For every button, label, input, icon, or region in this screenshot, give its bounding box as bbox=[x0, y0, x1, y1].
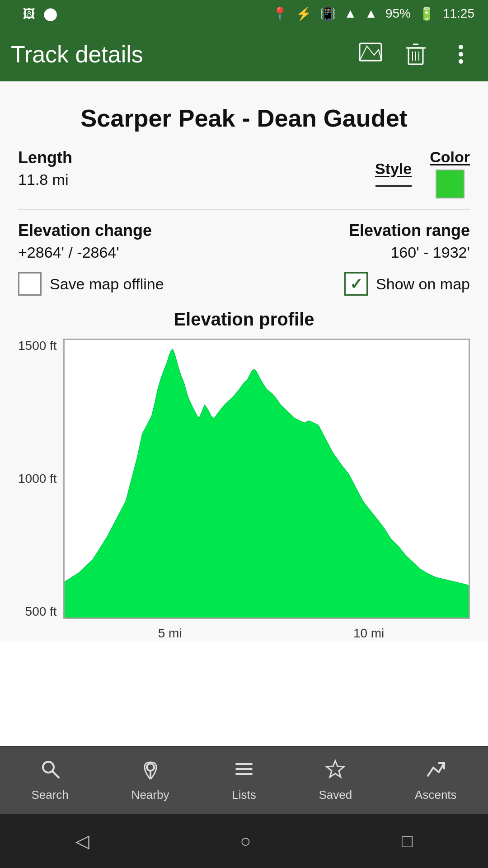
svg-point-9 bbox=[459, 45, 463, 49]
elevation-chart bbox=[63, 339, 470, 619]
nav-saved-label: Saved bbox=[319, 788, 352, 802]
nav-item-nearby[interactable]: Nearby bbox=[122, 754, 178, 807]
bluetooth-icon: ⚡ bbox=[296, 6, 312, 21]
x-label-10mi: 10 mi bbox=[353, 626, 384, 641]
nav-ascents-label: Ascents bbox=[415, 788, 457, 802]
svg-point-11 bbox=[459, 59, 463, 64]
svg-marker-1 bbox=[360, 46, 381, 61]
battery-icon: 🔋 bbox=[419, 6, 435, 21]
status-icons-right: 📍 ⚡ 📳 ▲ ▲ 95% 🔋 11:25 bbox=[272, 6, 474, 21]
color-label: Color bbox=[430, 148, 470, 166]
x-label-5mi: 5 mi bbox=[158, 626, 182, 641]
y-label-1500: 1500 ft bbox=[18, 339, 57, 353]
back-button[interactable]: ◁ bbox=[75, 830, 89, 851]
save-map-offline-checkbox[interactable]: Save map offline bbox=[18, 272, 164, 296]
elevation-info-section: Elevation change +2864' / -2864' Elevati… bbox=[18, 221, 470, 261]
map-icon-button[interactable] bbox=[354, 38, 387, 71]
style-color-section: Style Color bbox=[375, 148, 470, 198]
elevation-range-value: 160' - 1932' bbox=[349, 244, 470, 261]
svg-marker-12 bbox=[65, 349, 469, 618]
style-label: Style bbox=[375, 160, 412, 178]
chart-x-labels: 5 mi 10 mi bbox=[18, 626, 470, 641]
search-icon bbox=[40, 759, 61, 784]
vibrate-icon: 📳 bbox=[320, 6, 336, 21]
y-label-1000: 1000 ft bbox=[18, 472, 57, 486]
length-section: Length 11.8 mi bbox=[18, 148, 375, 189]
more-options-button[interactable] bbox=[445, 38, 477, 71]
save-map-offline-box[interactable] bbox=[18, 272, 42, 296]
wifi-icon: ▲ bbox=[344, 6, 357, 21]
home-button[interactable]: ○ bbox=[240, 831, 251, 851]
nav-item-lists[interactable]: Lists bbox=[223, 754, 265, 807]
divider-1 bbox=[18, 209, 470, 210]
elevation-range-label: Elevation range bbox=[349, 221, 470, 240]
chart-y-labels: 1500 ft 1000 ft 500 ft bbox=[18, 339, 63, 619]
system-nav-bar: ◁ ○ □ bbox=[0, 814, 488, 868]
nav-item-search[interactable]: Search bbox=[22, 754, 77, 807]
track-name: Scarper Peak - Dean Gaudet bbox=[18, 99, 470, 132]
color-section: Color bbox=[430, 148, 470, 198]
app-bar-actions bbox=[354, 38, 477, 71]
nav-search-label: Search bbox=[31, 788, 68, 802]
svg-line-14 bbox=[52, 771, 59, 778]
elevation-change-section: Elevation change +2864' / -2864' bbox=[18, 221, 152, 261]
location-icon: 📍 bbox=[272, 6, 288, 21]
save-map-offline-label: Save map offline bbox=[50, 275, 164, 293]
status-icons-left: 🖼 ⬤ bbox=[23, 6, 57, 21]
nav-lists-label: Lists bbox=[232, 788, 256, 802]
y-label-500: 500 ft bbox=[25, 604, 57, 619]
ascents-icon bbox=[425, 759, 446, 784]
nav-nearby-label: Nearby bbox=[131, 788, 169, 802]
signal-icon: ▲ bbox=[365, 6, 377, 21]
svg-point-15 bbox=[147, 764, 154, 771]
length-style-color-row: Length 11.8 mi Style Color bbox=[18, 148, 470, 198]
nav-item-ascents[interactable]: Ascents bbox=[406, 754, 466, 807]
svg-point-10 bbox=[459, 52, 463, 57]
checkboxes-row: Save map offline ✓ Show on map bbox=[18, 272, 470, 296]
length-label: Length bbox=[18, 148, 375, 167]
elevation-profile-title: Elevation profile bbox=[18, 309, 470, 330]
elevation-change-value: +2864' / -2864' bbox=[18, 244, 152, 261]
svg-rect-0 bbox=[360, 43, 381, 61]
recent-apps-button[interactable]: □ bbox=[402, 831, 413, 851]
saved-icon bbox=[325, 759, 346, 784]
style-section: Style bbox=[375, 160, 412, 187]
time-display: 11:25 bbox=[443, 6, 474, 21]
chart-container: 1500 ft 1000 ft 500 ft bbox=[18, 339, 470, 623]
main-content: Scarper Peak - Dean Gaudet Length 11.8 m… bbox=[0, 81, 488, 641]
length-value: 11.8 mi bbox=[18, 171, 375, 189]
status-bar: 🖼 ⬤ 📍 ⚡ 📳 ▲ ▲ 95% 🔋 11:25 bbox=[0, 0, 488, 27]
page-title: Track details bbox=[11, 41, 354, 68]
color-swatch[interactable] bbox=[436, 170, 465, 198]
nearby-icon bbox=[140, 759, 161, 784]
svg-marker-19 bbox=[327, 761, 344, 777]
style-line-indicator bbox=[375, 185, 412, 187]
elevation-range-section: Elevation range 160' - 1932' bbox=[349, 221, 470, 261]
app-bar: Track details bbox=[0, 27, 488, 81]
battery-percent: 95% bbox=[385, 6, 411, 21]
show-on-map-checkbox[interactable]: ✓ Show on map bbox=[344, 272, 470, 296]
nav-item-saved[interactable]: Saved bbox=[310, 754, 361, 807]
bottom-nav: Search Nearby Lists Saved bbox=[0, 746, 488, 814]
checkmark-icon: ✓ bbox=[350, 275, 362, 293]
lists-icon bbox=[234, 759, 254, 784]
delete-button[interactable] bbox=[399, 38, 432, 71]
android-icon: ⬤ bbox=[43, 6, 57, 21]
elevation-change-label: Elevation change bbox=[18, 221, 152, 240]
show-on-map-box[interactable]: ✓ bbox=[344, 272, 368, 296]
show-on-map-label: Show on map bbox=[376, 275, 470, 293]
gallery-icon: 🖼 bbox=[23, 6, 35, 21]
